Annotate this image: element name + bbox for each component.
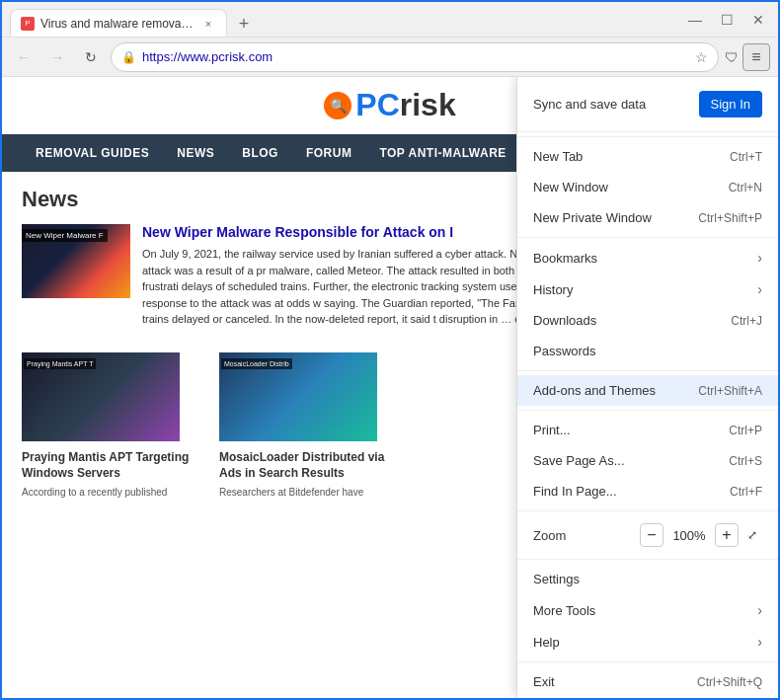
sync-text: Sync and save data bbox=[533, 97, 646, 112]
sign-in-button[interactable]: Sign In bbox=[699, 91, 762, 117]
menu-item-addons[interactable]: Add-ons and Themes Ctrl+Shift+A bbox=[517, 375, 778, 406]
logo-risk-text: risk bbox=[400, 87, 456, 123]
minimize-button[interactable]: — bbox=[683, 12, 707, 28]
window-controls: — ☐ ✕ bbox=[683, 12, 770, 28]
menu-item-exit[interactable]: Exit Ctrl+Shift+Q bbox=[517, 666, 778, 697]
address-bar[interactable]: 🔒 https://www.pcrisk.com ☆ bbox=[111, 42, 719, 72]
menu-item-history[interactable]: History › bbox=[517, 273, 778, 305]
nav-forum[interactable]: FORUM bbox=[292, 134, 366, 172]
shield-icon[interactable]: 🛡 bbox=[725, 49, 739, 65]
close-button[interactable]: ✕ bbox=[746, 12, 770, 28]
maximize-button[interactable]: ☐ bbox=[715, 12, 739, 28]
nav-right-controls: 🛡 ≡ bbox=[725, 43, 770, 71]
zoom-value: 100% bbox=[671, 528, 707, 543]
menu-item-find[interactable]: Find In Page... Ctrl+F bbox=[517, 476, 778, 506]
url-text: https://www.pcrisk.com bbox=[142, 49, 689, 64]
title-bar: P Virus and malware removal inst × + — ☐… bbox=[2, 2, 778, 38]
forward-button[interactable]: → bbox=[43, 43, 71, 71]
menu-item-more-tools-label: More Tools bbox=[533, 603, 749, 618]
site-logo: 🔍 PC risk bbox=[324, 87, 455, 123]
menu-item-find-label: Find In Page... bbox=[533, 484, 730, 499]
bottom-article-0-image-label: Praying Mantis APT T bbox=[24, 358, 96, 369]
menu-sync-header: Sync and save data Sign In bbox=[517, 77, 778, 132]
menu-item-help-label: Help bbox=[533, 635, 749, 650]
bottom-article-1-image-label: MosaicLoader Distrib bbox=[221, 358, 292, 369]
menu-item-help[interactable]: Help › bbox=[517, 626, 778, 658]
bottom-article-1-image: MosaicLoader Distrib bbox=[219, 352, 377, 441]
menu-item-passwords-label: Passwords bbox=[533, 344, 762, 358]
nav-removal-guides[interactable]: REMOVAL GUIDES bbox=[22, 134, 163, 172]
bottom-article-0-image: Praying Mantis APT T bbox=[22, 352, 180, 441]
tab-close-button[interactable]: × bbox=[200, 16, 216, 32]
zoom-expand-button[interactable]: ⤢ bbox=[742, 525, 762, 545]
zoom-minus-button[interactable]: − bbox=[640, 523, 663, 547]
menu-item-private-window[interactable]: New Private Window Ctrl+Shift+P bbox=[517, 202, 778, 233]
menu-item-downloads-shortcut: Ctrl+J bbox=[731, 314, 762, 328]
menu-item-help-arrow: › bbox=[757, 634, 762, 650]
bottom-article-1: MosaicLoader Distrib MosaicLoader Distri… bbox=[219, 352, 397, 501]
menu-item-new-window[interactable]: New Window Ctrl+N bbox=[517, 172, 778, 202]
logo-pc-text: PC bbox=[355, 87, 399, 123]
bottom-article-0-title[interactable]: Praying Mantis APT Targeting Windows Ser… bbox=[22, 449, 199, 483]
menu-item-private-window-shortcut: Ctrl+Shift+P bbox=[698, 211, 762, 225]
article-image: New Wiper Malware F bbox=[22, 224, 130, 298]
nav-news[interactable]: NEWS bbox=[163, 134, 228, 172]
bottom-article-1-title[interactable]: MosaicLoader Distributed via Ads in Sear… bbox=[219, 449, 397, 483]
menu-item-new-window-label: New Window bbox=[533, 180, 729, 194]
menu-divider-6 bbox=[517, 559, 778, 560]
new-tab-button[interactable]: + bbox=[231, 11, 257, 37]
menu-item-settings[interactable]: Settings bbox=[517, 564, 778, 594]
menu-item-bookmarks[interactable]: Bookmarks › bbox=[517, 242, 778, 273]
menu-divider-4 bbox=[517, 410, 778, 411]
back-button[interactable]: ← bbox=[10, 43, 38, 71]
menu-item-more-tools-arrow: › bbox=[757, 602, 762, 618]
menu-divider-1 bbox=[517, 136, 778, 137]
menu-item-exit-shortcut: Ctrl+Shift+Q bbox=[697, 675, 762, 689]
browser-menu-dropdown: Sync and save data Sign In New Tab Ctrl+… bbox=[516, 77, 778, 698]
menu-item-find-shortcut: Ctrl+F bbox=[730, 485, 762, 499]
menu-item-bookmarks-arrow: › bbox=[757, 250, 762, 266]
bottom-article-1-text: Researchers at Bitdefender have bbox=[219, 486, 397, 500]
browser-window: P Virus and malware removal inst × + — ☐… bbox=[0, 0, 780, 700]
menu-item-history-label: History bbox=[533, 282, 749, 297]
menu-item-private-window-label: New Private Window bbox=[533, 210, 698, 225]
menu-item-downloads-label: Downloads bbox=[533, 313, 731, 328]
zoom-plus-button[interactable]: + bbox=[715, 523, 739, 547]
bottom-article-0-text: According to a recently published bbox=[22, 486, 199, 500]
menu-item-more-tools[interactable]: More Tools › bbox=[517, 594, 778, 626]
menu-item-settings-label: Settings bbox=[533, 572, 762, 586]
nav-top-anti-malware[interactable]: TOP ANTI-MALWARE bbox=[365, 134, 519, 172]
bottom-article-0: Praying Mantis APT T Praying Mantis APT … bbox=[22, 352, 199, 501]
menu-item-bookmarks-label: Bookmarks bbox=[533, 251, 749, 266]
menu-divider-7 bbox=[517, 661, 778, 662]
menu-item-print-label: Print... bbox=[533, 423, 729, 437]
menu-item-print[interactable]: Print... Ctrl+P bbox=[517, 415, 778, 445]
security-icon: 🔒 bbox=[121, 50, 136, 64]
menu-item-new-tab[interactable]: New Tab Ctrl+T bbox=[517, 141, 778, 172]
menu-item-print-shortcut: Ctrl+P bbox=[729, 424, 762, 437]
page-content: 🔍 PC risk REMOVAL GUIDES NEWS BLOG FORUM… bbox=[2, 77, 778, 698]
menu-button[interactable]: ≡ bbox=[742, 43, 770, 71]
article-image-label: New Wiper Malware F bbox=[22, 229, 108, 242]
menu-item-new-tab-label: New Tab bbox=[533, 149, 730, 164]
menu-item-addons-label: Add-ons and Themes bbox=[533, 383, 698, 398]
tab-title: Virus and malware removal inst bbox=[40, 17, 195, 31]
menu-item-passwords[interactable]: Passwords bbox=[517, 336, 778, 366]
zoom-label: Zoom bbox=[533, 528, 640, 543]
menu-divider-5 bbox=[517, 510, 778, 511]
menu-item-save-page-label: Save Page As... bbox=[533, 453, 729, 468]
menu-divider-2 bbox=[517, 237, 778, 238]
bookmark-icon[interactable]: ☆ bbox=[695, 49, 708, 65]
menu-item-save-page[interactable]: Save Page As... Ctrl+S bbox=[517, 445, 778, 476]
menu-item-history-arrow: › bbox=[757, 281, 762, 297]
menu-item-downloads[interactable]: Downloads Ctrl+J bbox=[517, 305, 778, 336]
menu-item-save-page-shortcut: Ctrl+S bbox=[729, 454, 762, 468]
tab-area: P Virus and malware removal inst × + bbox=[10, 2, 679, 37]
menu-divider-3 bbox=[517, 370, 778, 371]
zoom-control: Zoom − 100% + ⤢ bbox=[517, 515, 778, 555]
menu-item-new-window-shortcut: Ctrl+N bbox=[729, 181, 762, 194]
refresh-button[interactable]: ↻ bbox=[77, 43, 105, 71]
nav-blog[interactable]: BLOG bbox=[228, 134, 292, 172]
active-tab[interactable]: P Virus and malware removal inst × bbox=[10, 9, 227, 37]
tab-favicon: P bbox=[21, 17, 35, 31]
